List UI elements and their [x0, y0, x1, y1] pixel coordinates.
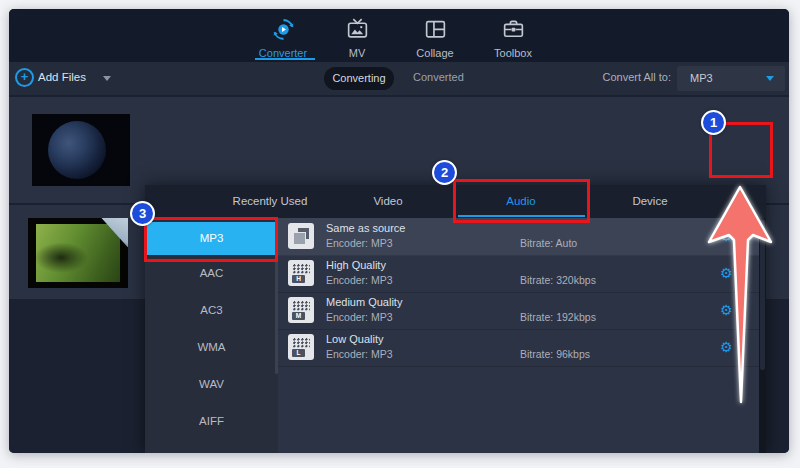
toolbar: + Add Files Converting Converted Convert… — [9, 62, 789, 95]
active-tab-underline — [255, 58, 315, 60]
gear-icon[interactable]: ⚙ — [720, 227, 733, 245]
format-panel-tabs: Recently Used Video Audio Device — [145, 185, 766, 218]
tab-toolbox-label: Toolbox — [475, 47, 551, 59]
quality-row-medium[interactable]: M Medium Quality Encoder: MP3 Bitrate: 1… — [278, 292, 759, 330]
gear-icon[interactable]: ⚙ — [720, 338, 733, 356]
mv-icon — [345, 17, 370, 43]
bunny-image — [36, 224, 120, 282]
file2-thumbnail — [28, 218, 128, 288]
gear-icon[interactable]: ⚙ — [720, 301, 733, 319]
sidebar-item-aiff[interactable]: AIFF — [145, 403, 278, 440]
earth-image — [48, 121, 106, 179]
tab-mv[interactable]: MV — [319, 17, 395, 59]
gear-icon[interactable]: ⚙ — [720, 264, 733, 282]
tab-video[interactable]: Video — [328, 185, 448, 218]
copy-source-icon — [288, 223, 314, 249]
tab-audio[interactable]: Audio — [456, 185, 586, 218]
convert-all-to-dropdown[interactable]: MP3 — [677, 66, 785, 91]
app-window: Converter MV — [9, 9, 789, 453]
add-files-button[interactable]: Add Files — [38, 71, 86, 83]
tab-toolbox[interactable]: Toolbox — [475, 17, 551, 59]
add-files-caret-icon[interactable] — [103, 76, 111, 81]
sidebar-item-mp3[interactable]: MP3 — [145, 222, 278, 255]
tab-collage[interactable]: Collage — [397, 17, 473, 59]
toolbox-icon — [501, 17, 526, 43]
sidebar-item-aac[interactable]: AAC — [145, 255, 278, 292]
quality-list-scrollbar[interactable] — [759, 218, 766, 453]
sidebar-item-ac3[interactable]: AC3 — [145, 292, 278, 329]
sidebar-item-wav[interactable]: WAV — [145, 366, 278, 403]
tab-recently-used[interactable]: Recently Used — [203, 185, 337, 218]
convert-all-caret-icon — [766, 76, 774, 81]
tab-mv-label: MV — [319, 47, 395, 59]
queue-tab-converted[interactable]: Converted — [413, 71, 464, 83]
convert-all-to-label: Convert All to: — [587, 71, 671, 83]
quality-row-same-as-source[interactable]: Same as source Encoder: MP3 Bitrate: Aut… — [278, 218, 759, 256]
screenshot-stage: Converter MV — [0, 0, 800, 468]
high-quality-icon: H — [288, 260, 314, 286]
format-sidebar: MP3 AAC AC3 WMA WAV AIFF — [145, 218, 278, 453]
tab-collage-label: Collage — [397, 47, 473, 59]
quality-row-high[interactable]: H High Quality Encoder: MP3 Bitrate: 320… — [278, 255, 759, 293]
quality-row-low[interactable]: L Low Quality Encoder: MP3 Bitrate: 96kb… — [278, 329, 759, 367]
top-navigation-bar: Converter MV — [9, 9, 789, 62]
audio-tab-underline — [458, 215, 585, 217]
tab-converter[interactable]: Converter — [245, 17, 321, 59]
add-files-plus-icon[interactable]: + — [15, 68, 34, 87]
collage-icon — [423, 17, 448, 43]
tab-device[interactable]: Device — [590, 185, 710, 218]
file1-thumbnail — [32, 114, 130, 186]
low-quality-icon: L — [288, 334, 314, 360]
converter-icon — [271, 17, 296, 43]
quality-list: Same as source Encoder: MP3 Bitrate: Aut… — [278, 218, 759, 453]
medium-quality-icon: M — [288, 297, 314, 323]
format-selection-panel: Recently Used Video Audio Device MP3 AAC… — [145, 185, 766, 453]
queue-tab-converting[interactable]: Converting — [324, 67, 394, 90]
sidebar-item-wma[interactable]: WMA — [145, 329, 278, 366]
convert-all-to-value: MP3 — [690, 72, 713, 84]
